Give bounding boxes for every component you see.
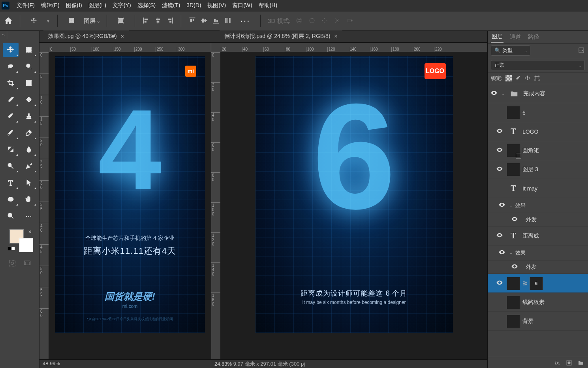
panel-tab-paths[interactable]: 路径 bbox=[527, 32, 540, 42]
panel-tab-layers[interactable]: 图层 bbox=[491, 32, 503, 43]
gradient-tool[interactable] bbox=[3, 142, 19, 157]
auto-select-target-dropdown[interactable]: 图层⌵ bbox=[84, 17, 100, 25]
background-color[interactable] bbox=[19, 238, 33, 252]
more-options-icon[interactable]: ··· bbox=[237, 14, 253, 28]
stamp-tool[interactable] bbox=[21, 109, 37, 123]
document-tab-2[interactable]: 倒计时6海报.psd @ 24.8% (图层 2, RGB/8) × bbox=[220, 30, 342, 42]
screen-mode-icon[interactable] bbox=[23, 259, 31, 268]
canvas-1[interactable]: mi 4 全球能生产芯片和手机的第 4 家企业 距离小米11.11还有4天 国货… bbox=[49, 52, 211, 359]
align-top-icon[interactable] bbox=[188, 17, 196, 26]
layer-row[interactable]: TIt may bbox=[488, 179, 588, 198]
3d-pan-icon[interactable] bbox=[321, 17, 329, 26]
edit-toolbar-icon[interactable]: ··· bbox=[21, 209, 37, 223]
zoom-tool[interactable] bbox=[3, 209, 19, 223]
align-bottom-icon[interactable] bbox=[212, 17, 220, 26]
quick-select-tool[interactable] bbox=[21, 59, 37, 74]
menu-item[interactable]: 3D(D) bbox=[183, 0, 204, 11]
document-tab-1[interactable]: 效果图.jpg @ 49%(RGB/8#) × bbox=[43, 30, 129, 42]
layer-mask-icon[interactable] bbox=[566, 360, 572, 366]
blend-mode-dropdown[interactable]: 正常⌵ bbox=[491, 60, 585, 70]
visibility-toggle[interactable] bbox=[495, 165, 504, 174]
distribute-icon[interactable] bbox=[224, 17, 232, 26]
lock-transparency-icon[interactable] bbox=[505, 75, 512, 82]
shape-tool[interactable] bbox=[3, 192, 19, 206]
align-hcenter-icon[interactable] bbox=[154, 17, 162, 26]
menu-item[interactable]: 滤镜(T) bbox=[159, 0, 183, 11]
layer-row[interactable]: 6 bbox=[488, 103, 588, 122]
panel-tab-channels[interactable]: 通道 bbox=[509, 32, 522, 42]
panel-menu-icon[interactable] bbox=[579, 34, 585, 40]
3d-slide-icon[interactable] bbox=[333, 17, 341, 26]
layer-row[interactable]: TLOGO bbox=[488, 122, 588, 141]
pen-tool[interactable] bbox=[21, 159, 37, 173]
brush-tool[interactable] bbox=[3, 109, 19, 123]
default-colors-icon[interactable] bbox=[8, 247, 15, 250]
dodge-tool[interactable] bbox=[3, 159, 19, 173]
layer-row[interactable]: ⌵完成内容 bbox=[488, 84, 588, 103]
align-vcenter-icon[interactable] bbox=[200, 17, 208, 26]
menu-item[interactable]: 文件(F) bbox=[13, 0, 38, 11]
visibility-toggle[interactable] bbox=[489, 89, 499, 98]
home-button[interactable] bbox=[4, 16, 13, 26]
lock-position-icon[interactable] bbox=[524, 75, 531, 82]
new-group-icon[interactable] bbox=[578, 360, 584, 366]
align-right-icon[interactable] bbox=[166, 17, 174, 26]
menu-item[interactable]: 选择(S) bbox=[134, 0, 159, 11]
layer-filter-dropdown[interactable]: 🔍 类型⌵ bbox=[491, 45, 530, 56]
layer-row[interactable]: T距离成 bbox=[488, 226, 588, 245]
ruler-horizontal[interactable]: 20406080100120140160180200220 bbox=[211, 43, 487, 52]
lock-artboard-icon[interactable] bbox=[534, 75, 541, 82]
transform-controls-icon[interactable] bbox=[114, 15, 128, 27]
3d-orbit-icon[interactable] bbox=[295, 17, 303, 26]
visibility-toggle[interactable] bbox=[495, 146, 504, 155]
menu-item[interactable]: 帮助(H) bbox=[255, 0, 280, 11]
layers-list[interactable]: ⌵完成内容6TLOGO圆角矩图层 3TIt may⌵效果外发T距离成⌵效果外发⛓… bbox=[488, 84, 588, 357]
3d-zoom-icon[interactable] bbox=[346, 17, 354, 26]
path-select-tool[interactable] bbox=[21, 176, 37, 190]
close-icon[interactable]: × bbox=[121, 33, 124, 40]
layer-row[interactable]: 线路板素 bbox=[488, 293, 588, 312]
eyedropper-tool[interactable] bbox=[3, 92, 19, 107]
blur-tool[interactable] bbox=[21, 142, 37, 157]
lock-pixels-icon[interactable] bbox=[515, 75, 522, 82]
layer-row[interactable]: ⛓6 bbox=[488, 274, 588, 293]
ruler-vertical[interactable]: 051 01 52 02 53 03 54 04 55 05 56 0 bbox=[39, 52, 49, 368]
hand-tool[interactable] bbox=[21, 192, 37, 206]
layer-row[interactable]: ⌵效果 bbox=[488, 198, 588, 213]
type-tool[interactable] bbox=[3, 176, 19, 190]
visibility-toggle[interactable] bbox=[495, 232, 504, 240]
align-left-icon[interactable] bbox=[142, 17, 150, 26]
filter-pixel-icon[interactable] bbox=[578, 47, 585, 55]
quick-mask-icon[interactable] bbox=[8, 259, 16, 268]
history-brush-tool[interactable] bbox=[3, 126, 19, 140]
menu-item[interactable]: 编辑(E) bbox=[38, 0, 63, 11]
move-dropdown-caret[interactable]: ▼ bbox=[46, 19, 50, 23]
3d-roll-icon[interactable] bbox=[308, 17, 316, 26]
ruler-horizontal[interactable]: 050100150200250300 bbox=[39, 43, 211, 52]
layer-row[interactable]: ⌵效果 bbox=[488, 245, 588, 260]
marquee-tool[interactable] bbox=[21, 43, 37, 57]
layer-row[interactable]: 外发 bbox=[488, 260, 588, 274]
layer-row[interactable]: 外发 bbox=[488, 213, 588, 226]
menu-item[interactable]: 视图(V) bbox=[204, 0, 229, 11]
visibility-toggle[interactable] bbox=[510, 215, 519, 224]
color-swatches[interactable]: ⤭ bbox=[8, 229, 32, 252]
visibility-toggle[interactable] bbox=[497, 201, 507, 209]
move-tool[interactable] bbox=[3, 43, 19, 57]
layer-row[interactable]: 图层 3 bbox=[488, 160, 588, 179]
fx-icon[interactable]: fx. bbox=[555, 360, 560, 366]
menu-item[interactable]: 图层(L) bbox=[85, 0, 109, 11]
frame-tool[interactable] bbox=[21, 76, 37, 90]
layer-row[interactable]: 背景 bbox=[488, 312, 588, 331]
eraser-tool[interactable] bbox=[21, 126, 37, 140]
visibility-toggle[interactable] bbox=[495, 127, 504, 136]
menu-item[interactable]: 图像(I) bbox=[63, 0, 85, 11]
collapsed-panel-strip[interactable]: ‹‹ bbox=[0, 31, 7, 39]
crop-tool[interactable] bbox=[3, 76, 19, 90]
healing-tool[interactable] bbox=[21, 92, 37, 107]
layer-row[interactable]: 圆角矩 bbox=[488, 141, 588, 160]
ruler-vertical[interactable]: 02 04 06 08 01 0 01 2 01 4 01 6 0 bbox=[211, 52, 221, 368]
auto-select-icon[interactable] bbox=[65, 15, 78, 27]
canvas-2[interactable]: LOGO 6 距离成为设计师可能差这 6 个月 It may be six mo… bbox=[221, 52, 487, 359]
swap-colors-icon[interactable]: ⤭ bbox=[28, 229, 32, 234]
